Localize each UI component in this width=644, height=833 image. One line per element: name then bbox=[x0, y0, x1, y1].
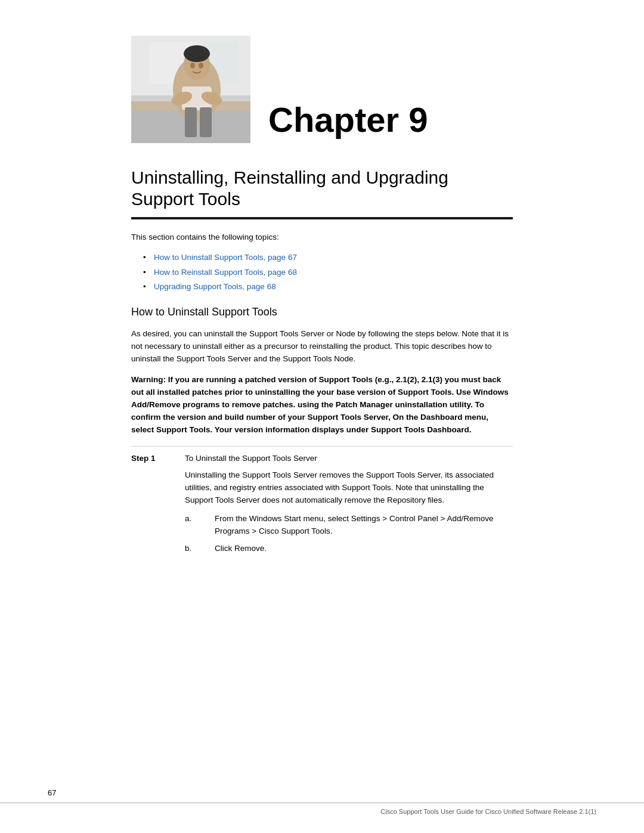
svg-point-12 bbox=[190, 63, 195, 69]
chapter-title-block: Chapter 9 bbox=[250, 103, 644, 143]
sub-step-b: b. Click Remove. bbox=[185, 543, 513, 555]
footer-doc-title: Cisco Support Tools User Guide for Cisco… bbox=[380, 808, 596, 815]
list-item: Upgrading Support Tools, page 68 bbox=[143, 280, 513, 294]
sub-step-label-a: a. bbox=[185, 513, 203, 538]
section-title-block: Uninstalling, Reinstalling and Upgrading… bbox=[0, 155, 644, 219]
svg-point-13 bbox=[199, 63, 203, 69]
sub-step-label-b: b. bbox=[185, 543, 203, 555]
chapter-header: Chapter 9 bbox=[0, 0, 644, 155]
svg-point-8 bbox=[184, 45, 210, 62]
list-item: How to Reinstall Support Tools, page 68 bbox=[143, 265, 513, 280]
steps-section: Step 1 To Uninstall the Support Tools Se… bbox=[131, 446, 513, 566]
chapter-title: Chapter 9 bbox=[250, 103, 644, 137]
step-label: Step 1 bbox=[131, 453, 173, 560]
sub-step-a: a. From the Windows Start menu, select S… bbox=[185, 513, 513, 538]
step-row: Step 1 To Uninstall the Support Tools Se… bbox=[131, 446, 513, 566]
step-description: Uninstalling the Support Tools Server re… bbox=[185, 469, 513, 507]
uninstall-link[interactable]: How to Uninstall Support Tools, page 67 bbox=[154, 253, 297, 262]
section-main-title: Uninstalling, Reinstalling and Upgrading… bbox=[131, 167, 513, 210]
sub-step-content-b: Click Remove. bbox=[215, 543, 513, 555]
sub-steps-list: a. From the Windows Start menu, select S… bbox=[185, 513, 513, 555]
svg-rect-14 bbox=[185, 107, 197, 137]
subsection-heading: How to Uninstall Support Tools bbox=[131, 306, 513, 318]
subsection-body: As desired, you can uninstall the Suppor… bbox=[131, 328, 513, 366]
sub-step-content-a: From the Windows Start menu, select Sett… bbox=[215, 513, 513, 538]
page-number: 67 bbox=[48, 788, 56, 797]
chapter-image bbox=[131, 36, 250, 143]
warning-text: Warning: If you are running a patched ve… bbox=[131, 374, 513, 436]
page-footer: 67 Cisco Support Tools User Guide for Ci… bbox=[0, 803, 644, 815]
content-area: This section contains the following topi… bbox=[0, 219, 644, 566]
footer-right: Cisco Support Tools User Guide for Cisco… bbox=[380, 808, 596, 815]
upgrade-link[interactable]: Upgrading Support Tools, page 68 bbox=[154, 282, 276, 291]
page-container: Chapter 9 Uninstalling, Reinstalling and… bbox=[0, 0, 644, 833]
svg-rect-15 bbox=[200, 107, 212, 137]
step-title: To Uninstall the Support Tools Server bbox=[185, 453, 513, 465]
reinstall-link[interactable]: How to Reinstall Support Tools, page 68 bbox=[154, 268, 297, 277]
step-content: To Uninstall the Support Tools Server Un… bbox=[185, 453, 513, 560]
uninstall-section: How to Uninstall Support Tools As desire… bbox=[131, 306, 513, 566]
topics-list: How to Uninstall Support Tools, page 67 … bbox=[143, 250, 513, 294]
list-item: How to Uninstall Support Tools, page 67 bbox=[143, 250, 513, 265]
intro-text: This section contains the following topi… bbox=[131, 231, 513, 243]
